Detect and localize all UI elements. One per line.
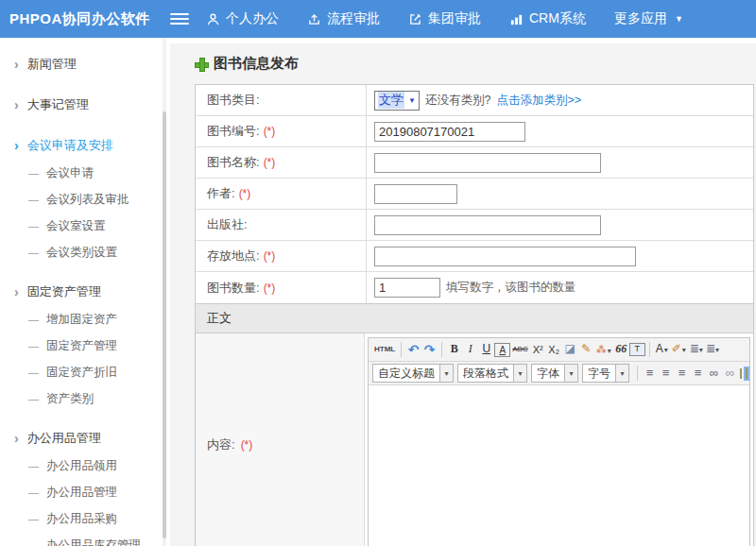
format-brush-icon[interactable]: ✎ <box>578 341 594 358</box>
auto-typeset-icon[interactable]: ⁂▾ <box>594 342 613 357</box>
nav-group-approval[interactable]: 集团审批 <box>408 10 481 27</box>
hamburger-menu-icon[interactable] <box>170 10 189 27</box>
insert-link-icon[interactable]: ∞ <box>706 365 722 383</box>
font-size-combo[interactable]: 字号 ▾ <box>582 364 629 383</box>
quantity-hint: 填写数字，该图书的数量 <box>446 280 576 296</box>
sidebar-item-meeting-application[interactable]: › 会议申请及安排 <box>0 131 170 160</box>
unordered-list-icon[interactable]: ≣▾ <box>704 341 720 358</box>
align-right-icon[interactable]: ≡ <box>674 365 690 383</box>
dash-icon: — <box>28 367 39 378</box>
caret-down-icon: ▾ <box>682 346 686 354</box>
redo-icon[interactable]: ↷ <box>421 340 438 359</box>
sidebar-item-supplies-inventory[interactable]: — 办公用品库存管理 <box>0 532 170 546</box>
editor-content-area[interactable] <box>369 385 749 546</box>
underline-icon[interactable]: U <box>478 341 494 358</box>
bold-icon[interactable]: B <box>446 341 462 358</box>
chevron-right-icon: › <box>14 285 19 299</box>
italic-icon[interactable]: I <box>462 341 478 358</box>
form-row-content: 内容: (*) HTML ↶ ↷ B I U A <box>195 333 754 546</box>
blockquote-icon[interactable]: 66 <box>613 341 629 358</box>
field-value: 填写数字，该图书的数量 <box>366 272 753 303</box>
quantity-input[interactable] <box>374 278 440 298</box>
eraser-icon[interactable]: ◪ <box>562 341 578 358</box>
sidebar-scrollbar-thumb[interactable] <box>163 111 166 538</box>
sidebar-item-fixed-asset-management[interactable]: › 固定资产管理 <box>0 278 170 306</box>
align-justify-icon[interactable]: ≡ <box>690 365 706 383</box>
add-plus-icon <box>195 58 207 70</box>
sidebar-item-meeting-room-settings[interactable]: — 会议室设置 <box>0 213 170 239</box>
caret-down-icon: ▾ <box>439 365 453 382</box>
dash-icon: — <box>28 340 39 351</box>
nav-personal-office[interactable]: 个人办公 <box>206 10 279 27</box>
insert-image-icon[interactable] <box>740 368 742 379</box>
category-selected-value: 文学 <box>378 92 404 109</box>
align-left-icon[interactable]: ≡ <box>642 365 658 383</box>
insert-map-icon[interactable] <box>746 368 747 379</box>
editor-toolbar-row1: HTML ↶ ↷ B I U A ABC X² X₂ ◪ ✎ <box>369 338 749 362</box>
main-content: 图书信息发布 图书类目: 文学 ▼ 还没有类别? 点击添加类别>> 图 <box>170 38 756 546</box>
font-family-combo[interactable]: 字体 ▾ <box>531 364 578 383</box>
sidebar-item-supplies-management[interactable]: — 办公用品管理 <box>0 479 170 505</box>
sidebar-item-meeting-apply[interactable]: — 会议申请 <box>0 160 170 186</box>
undo-icon[interactable]: ↶ <box>405 340 421 359</box>
nav-more-apps[interactable]: 更多应用 ▼ <box>614 10 683 27</box>
category-select[interactable]: 文学 ▼ <box>374 91 420 111</box>
paragraph-format-combo[interactable]: 段落格式 ▾ <box>457 364 527 383</box>
sidebar-item-supplies-requisition[interactable]: — 办公用品领用 <box>0 452 170 479</box>
remove-link-icon[interactable]: ∞ <box>722 365 738 383</box>
sidebar-item-meeting-category-settings[interactable]: — 会议类别设置 <box>0 239 170 265</box>
field-label: 作者: (*) <box>196 179 366 209</box>
caret-down-icon: ▾ <box>664 346 668 354</box>
font-color-icon[interactable]: A▾ <box>654 341 670 358</box>
field-label: 图书数量: (*) <box>196 272 366 303</box>
sidebar-item-office-supplies-management[interactable]: › 办公用品管理 <box>0 424 170 452</box>
caret-down-icon: ▾ <box>715 346 718 354</box>
nav-crm-system[interactable]: CRM系统 <box>509 10 586 27</box>
dash-icon: — <box>28 539 39 546</box>
font-border-icon[interactable]: A <box>494 343 510 357</box>
html-source-icon[interactable]: HTML <box>372 344 397 355</box>
chevron-right-icon: › <box>14 139 19 152</box>
ordered-list-icon[interactable]: ≣▾ <box>688 341 704 358</box>
superscript-icon[interactable]: X² <box>530 342 546 357</box>
sidebar-item-memorabilia-management[interactable]: › 大事记管理 <box>0 91 170 119</box>
required-marker: (*) <box>264 282 276 295</box>
add-category-link[interactable]: 点击添加类别>> <box>496 93 581 109</box>
custom-title-combo[interactable]: 自定义标题 ▾ <box>372 364 454 383</box>
sidebar-item-fixed-asset-depreciation[interactable]: — 固定资产折旧 <box>0 359 170 385</box>
body-section-header: 正文 <box>195 303 754 333</box>
book-form: 图书类目: 文学 ▼ 还没有类别? 点击添加类别>> 图书编号: (*) <box>195 84 754 303</box>
location-input[interactable] <box>374 247 636 266</box>
book-name-input[interactable] <box>374 153 601 173</box>
chevron-right-icon: › <box>14 58 19 71</box>
author-input[interactable] <box>374 184 457 204</box>
nav-label: 更多应用 <box>614 10 667 27</box>
sidebar-item-supplies-purchase[interactable]: — 办公用品采购 <box>0 505 170 532</box>
caret-down-icon: ▾ <box>564 365 577 382</box>
sidebar-item-news-management[interactable]: › 新闻管理 <box>0 50 170 78</box>
highlight-color-icon[interactable]: ✐▾ <box>670 341 688 358</box>
dash-icon: — <box>28 194 39 205</box>
sidebar-item-meeting-list-approval[interactable]: — 会议列表及审批 <box>0 186 170 213</box>
nav-label: 集团审批 <box>428 10 481 27</box>
field-value: 文学 ▼ 还没有类别? 点击添加类别>> <box>366 85 753 115</box>
book-code-input[interactable] <box>374 122 525 142</box>
dash-icon: — <box>28 167 39 179</box>
publisher-input[interactable] <box>374 215 601 235</box>
sidebar-item-add-fixed-asset[interactable]: — 增加固定资产 <box>0 306 170 333</box>
sidebar-item-asset-category[interactable]: — 资产类别 <box>0 385 170 412</box>
subscript-icon[interactable]: X₂ <box>546 342 562 357</box>
paste-text-icon[interactable]: T <box>629 343 645 356</box>
content-label: 内容: (*) <box>196 333 365 546</box>
dash-icon: — <box>28 314 39 325</box>
toolbar-separator <box>637 366 638 381</box>
dash-icon: — <box>28 247 39 258</box>
nav-flow-approval[interactable]: 流程审批 <box>307 10 380 27</box>
align-center-icon[interactable]: ≡ <box>658 365 674 383</box>
edit-square-icon <box>408 12 422 26</box>
sidebar-item-fixed-asset-manage[interactable]: — 固定资产管理 <box>0 333 170 359</box>
main-top-strip <box>170 38 756 43</box>
strikethrough-icon[interactable]: ABC <box>510 344 529 355</box>
toolbar-separator <box>441 342 442 357</box>
form-row-book-name: 图书名称: (*) <box>196 147 753 179</box>
